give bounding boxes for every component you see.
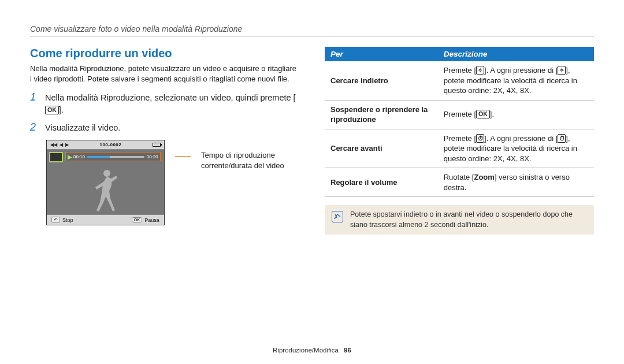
timer-icon: ⏱ <box>558 134 566 143</box>
step-number: 2 <box>30 122 39 134</box>
svg-point-0 <box>103 170 110 177</box>
breadcrumb: Come visualizzare foto o video nella mod… <box>30 24 594 34</box>
table-row: Sospendere o riprendere la riproduzione … <box>325 100 594 129</box>
rewind-icon: ◀◀ <box>50 142 57 147</box>
table-row: Cercare avanti Premete [⏱]. A ogni press… <box>325 129 594 168</box>
descr-pre: Premete [ <box>444 110 476 118</box>
cell-descr: Premete [✧]. A ogni pressione di [✧], po… <box>438 61 594 100</box>
play-state-icon: ◀ <box>60 142 63 147</box>
file-counter: 100-0002 <box>99 142 121 147</box>
step1-text-tail: ]. <box>59 105 64 114</box>
flash-icon: ✧ <box>558 66 566 75</box>
right-column: Per Descrizione Cercare indietro Premete… <box>325 47 594 235</box>
ok-icon: OK <box>45 106 59 114</box>
step-2: 2 Visualizzate il video. <box>30 122 299 134</box>
descr-pre: Premete [ <box>444 66 476 75</box>
back-chip-icon: ↶ <box>51 217 60 223</box>
descr-pre: Premete [ <box>444 134 476 143</box>
step-1: 1 Nella modalità Riproduzione, seleziona… <box>30 92 299 116</box>
note-box: Potete spostarvi indietro o in avanti ne… <box>325 205 594 235</box>
pause-label: Pausa <box>144 217 159 223</box>
video-thumbnail-icon <box>49 152 63 162</box>
step-number: 1 <box>30 92 39 116</box>
table-head-per: Per <box>325 47 438 61</box>
table-row: Regolare il volume Ruotate [Zoom] verso … <box>325 168 594 197</box>
note-text: Potete spostarvi indietro o in avanti ne… <box>350 210 587 230</box>
descr-mid: ]. A ogni pressione di [ <box>484 66 558 75</box>
section-title: Come riprodurre un video <box>30 47 299 60</box>
cell-descr: Ruotate [Zoom] verso sinistra o verso de… <box>438 168 594 197</box>
time-total: 00:20 <box>147 154 158 159</box>
screenshot-callout-wrap: ◀◀ ◀ ▶ 100-0002 ▶ 00:10 00:20 <box>46 140 299 225</box>
cell-per: Regolare il volume <box>325 168 438 197</box>
time-current: 00:10 <box>73 154 85 159</box>
skater-silhouette-icon <box>85 168 125 213</box>
callout-text: Tempo di riproduzione corrente/durata de… <box>201 150 299 225</box>
cell-per: Sospendere o riprendere la riproduzione <box>325 100 438 129</box>
ok-icon: OK <box>476 110 490 118</box>
step-text: Nella modalità Riproduzione, selezionate… <box>45 92 299 116</box>
screenshot-top-bar: ◀◀ ◀ ▶ 100-0002 <box>47 140 164 150</box>
stop-label: Stop <box>62 217 73 223</box>
divider <box>30 36 594 36</box>
table-row: Cercare indietro Premete [✧]. A ogni pre… <box>325 61 594 100</box>
cell-descr: Premete [OK]. <box>438 100 594 129</box>
flash-icon: ✧ <box>476 66 484 75</box>
controls-table: Per Descrizione Cercare indietro Premete… <box>325 47 594 197</box>
playback-time-bar: ▶ 00:10 00:20 <box>65 152 161 161</box>
table-head-descr: Descrizione <box>438 47 594 61</box>
step-text: Visualizzate il video. <box>45 122 120 134</box>
play-icon: ▶ <box>68 154 72 160</box>
intro-text: Nella modalità Riproduzione, potete visu… <box>30 64 299 84</box>
descr-post: ]. <box>490 110 494 118</box>
cell-per: Cercare indietro <box>325 61 438 100</box>
footer-page-number: 96 <box>344 347 351 354</box>
note-info-icon <box>332 211 343 222</box>
video-frame-figure <box>47 166 164 214</box>
descr-full: Ruotate [Zoom] verso sinistra o verso de… <box>444 173 570 192</box>
screenshot-bottom-bar: ↶ Stop OK Pausa <box>47 214 164 225</box>
page-footer: Riproduzione/Modifica 96 <box>0 347 624 354</box>
steps-list: 1 Nella modalità Riproduzione, seleziona… <box>30 92 299 134</box>
descr-mid: ]. A ogni pressione di [ <box>484 134 558 143</box>
footer-section: Riproduzione/Modifica <box>273 347 339 354</box>
callout-connector-line <box>175 156 191 225</box>
cell-per: Cercare avanti <box>325 129 438 168</box>
video-player-screenshot: ◀◀ ◀ ▶ 100-0002 ▶ 00:10 00:20 <box>46 140 165 225</box>
topbar-left-icons: ◀◀ ◀ ▶ <box>50 142 69 147</box>
step1-text-pre: Nella modalità Riproduzione, selezionate… <box>45 93 296 102</box>
content-columns: Come riprodurre un video Nella modalità … <box>30 47 594 235</box>
left-column: Come riprodurre un video Nella modalità … <box>30 47 299 235</box>
progress-bar <box>87 156 144 158</box>
cell-descr: Premete [⏱]. A ogni pressione di [⏱], po… <box>438 129 594 168</box>
ok-chip-icon: OK <box>132 217 143 222</box>
battery-icon <box>153 143 161 147</box>
forward-icon: ▶ <box>65 142 69 147</box>
timer-icon: ⏱ <box>476 134 484 143</box>
